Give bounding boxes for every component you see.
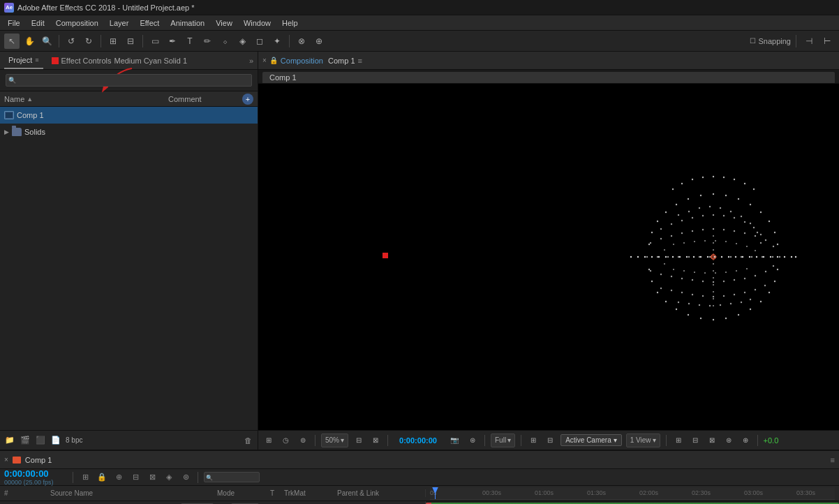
quality-dropdown[interactable]: Full ▾: [491, 433, 515, 447]
menu-edit[interactable]: Edit: [27, 17, 50, 29]
toggle-icon-3[interactable]: ⊠: [706, 433, 718, 447]
svg-point-112: [762, 256, 763, 258]
timeline-tab-close[interactable]: ×: [4, 456, 8, 464]
timeline-timecode[interactable]: 0:00:00:00: [4, 468, 67, 479]
pen-tool[interactable]: ✒: [165, 34, 180, 49]
new-footage-icon[interactable]: 📄: [50, 435, 61, 446]
camera-snap-btn[interactable]: 📷: [447, 433, 462, 447]
fit-icon[interactable]: ⊟: [352, 433, 365, 447]
render-icon-btn[interactable]: ⊞: [262, 433, 275, 447]
menu-window[interactable]: Window: [239, 17, 276, 29]
menu-help[interactable]: Help: [277, 17, 303, 29]
zoom-dropdown[interactable]: 50% ▾: [321, 433, 348, 447]
project-tab-menu[interactable]: ≡: [35, 57, 38, 64]
add-item-button[interactable]: +: [242, 94, 253, 105]
timeline-search-input[interactable]: [204, 472, 260, 482]
tab-project[interactable]: Project ≡: [4, 52, 43, 69]
snap-icon[interactable]: ⊠: [369, 433, 382, 447]
video-btn[interactable]: ⊠: [146, 471, 158, 484]
motion-sketch-btn[interactable]: ⊞: [79, 471, 91, 484]
redo-tool[interactable]: ↻: [81, 34, 96, 49]
group-btn[interactable]: ⊕: [112, 471, 125, 484]
new-solid-icon[interactable]: ⬛: [35, 435, 46, 446]
menu-view[interactable]: View: [211, 17, 237, 29]
undo-tool[interactable]: ↺: [64, 34, 79, 49]
snapshot-btn[interactable]: ◷: [279, 433, 292, 447]
select-tool[interactable]: ↖: [4, 34, 20, 49]
svg-point-76: [757, 232, 758, 233]
svg-point-66: [688, 198, 689, 200]
pen2-tool[interactable]: ✏: [200, 34, 215, 49]
comp-panel-menu[interactable]: ≡: [358, 57, 362, 65]
quality-value: Full: [495, 436, 506, 444]
snapping-checkbox[interactable]: ☐: [750, 37, 756, 45]
svg-point-43: [769, 221, 770, 222]
zoom-tool[interactable]: 🔍: [39, 34, 54, 49]
trash-icon[interactable]: 🗑: [242, 435, 253, 446]
paint-tool[interactable]: ⬦: [217, 34, 232, 49]
comp-name-tab-comp1[interactable]: Comp 1: [262, 72, 835, 83]
svg-point-73: [730, 211, 732, 212]
align-icon-1[interactable]: ⊣: [801, 34, 817, 49]
color-wheel-btn[interactable]: ⊛: [466, 433, 479, 447]
timeline-menu-btn[interactable]: ≡: [831, 456, 835, 464]
active-camera-dropdown[interactable]: Active Camera ▾: [560, 434, 622, 446]
viewer-grid-icon[interactable]: ⊞: [527, 433, 540, 447]
puppet-tool[interactable]: ✦: [269, 34, 285, 49]
svg-point-122: [723, 281, 725, 282]
svg-point-158: [715, 272, 716, 274]
new-folder-icon[interactable]: 📁: [4, 435, 15, 446]
menu-effect[interactable]: Effect: [135, 17, 164, 29]
playhead[interactable]: [435, 487, 436, 499]
menu-layer[interactable]: Layer: [105, 17, 134, 29]
lock-btn[interactable]: 🔒: [96, 471, 108, 484]
solo-btn[interactable]: ⊛: [179, 471, 192, 484]
text-tool[interactable]: T: [182, 34, 198, 49]
toggle-icon-1[interactable]: ⊞: [672, 433, 685, 447]
svg-point-50: [750, 309, 751, 310]
toolbar-sep-3: [142, 35, 143, 47]
project-search-input[interactable]: [6, 74, 252, 87]
viewer-ruler-icon[interactable]: ⊟: [544, 433, 556, 447]
tab-effect-controls[interactable]: Effect Controls Medium Cyan Solid 1: [47, 52, 192, 69]
shape-tool[interactable]: ▭: [147, 34, 163, 49]
hand-tool[interactable]: ✋: [22, 34, 37, 49]
project-item-solids[interactable]: ▶ Solids: [0, 124, 258, 140]
toggle-icon-4[interactable]: ⊛: [722, 433, 735, 447]
eraser-tool[interactable]: ◻: [252, 34, 267, 49]
menu-animation[interactable]: Animation: [165, 17, 209, 29]
menu-composition[interactable]: Composition: [51, 17, 103, 29]
view-dropdown[interactable]: 1 View ▾: [626, 433, 660, 447]
toggle-icon-5[interactable]: ⊕: [739, 433, 752, 447]
folder-expand-icon[interactable]: ▶: [4, 128, 9, 135]
roto2-tool[interactable]: ⊕: [311, 34, 327, 49]
viewer-timecode[interactable]: 0:00:00:00: [394, 436, 443, 445]
menu-file[interactable]: File: [3, 17, 25, 29]
comp-name-tab-label: Comp 1: [269, 73, 297, 82]
effects-tl-btn[interactable]: ◈: [163, 471, 175, 484]
svg-point-81: [692, 217, 693, 218]
svg-point-41: [750, 204, 751, 205]
svg-point-115: [650, 270, 651, 272]
align-icon-2[interactable]: ⊢: [819, 34, 835, 49]
camera-chevron: ▾: [614, 436, 617, 444]
snag2-tool[interactable]: ⊟: [123, 34, 138, 49]
audio-btn[interactable]: ⊟: [129, 471, 142, 484]
comp-lock-icon[interactable]: 🔒: [269, 57, 278, 64]
stamp-tool[interactable]: ◈: [235, 34, 250, 49]
comp-tab-close[interactable]: ×: [262, 57, 267, 64]
panel-overflow-arrow[interactable]: »: [249, 57, 253, 65]
toolbar-sep-4: [289, 35, 290, 47]
zoom-value: 50%: [325, 436, 339, 444]
rot-brush-tool[interactable]: ⊗: [294, 34, 309, 49]
toggle-icon-2[interactable]: ⊟: [689, 433, 701, 447]
new-comp-icon[interactable]: 🎬: [20, 435, 31, 446]
project-tab-label: Project: [8, 56, 32, 64]
svg-point-37: [672, 188, 674, 190]
svg-point-95: [713, 228, 714, 230]
color-btn[interactable]: ⊚: [297, 433, 309, 447]
svg-point-142: [709, 305, 711, 306]
snag1-tool[interactable]: ⊞: [105, 34, 121, 49]
project-item-comp1[interactable]: Comp 1: [0, 107, 258, 124]
svg-point-136: [744, 292, 745, 293]
